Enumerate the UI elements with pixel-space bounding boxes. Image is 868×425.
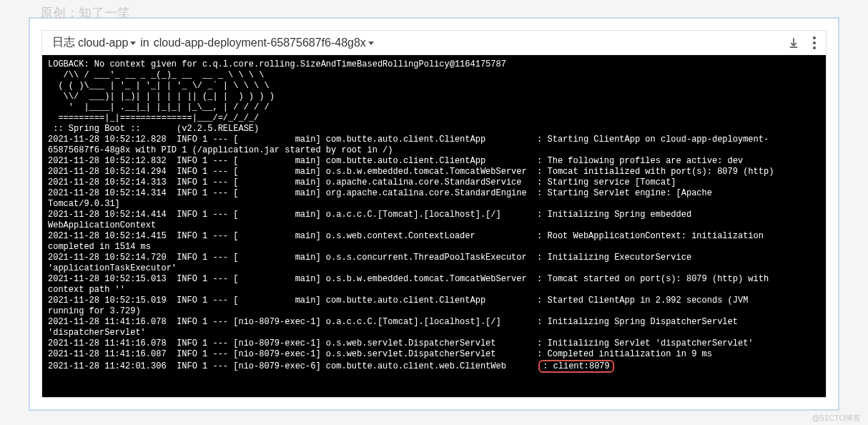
watermark-bottom: @51CTO博客	[812, 413, 861, 424]
log-header-left: 日志 cloud-app in cloud-app-deployment-658…	[52, 35, 783, 50]
log-line: 2021-11-28 11:41:16.078 INFO 1 --- [nio-…	[48, 338, 820, 349]
log-line: 2021-11-28 10:52:15.013 INFO 1 --- [ mai…	[48, 274, 820, 285]
log-line: 2021-11-28 10:52:14.415 INFO 1 --- [ mai…	[48, 231, 820, 242]
log-line: 2021-11-28 10:52:15.019 INFO 1 --- [ mai…	[48, 295, 820, 306]
kebab-menu-icon[interactable]	[813, 36, 816, 49]
log-line: 2021-11-28 11:42:01.306 INFO 1 --- [nio-…	[48, 360, 820, 373]
log-line: 65875687f6-48g8x with PID 1 (/applicatio…	[48, 145, 820, 156]
outer-frame: 日志 cloud-app in cloud-app-deployment-658…	[29, 17, 839, 411]
log-line: Tomcat/9.0.31]	[48, 199, 820, 210]
download-icon[interactable]	[787, 36, 800, 49]
log-line: 2021-11-28 10:52:12.828 INFO 1 --- [ mai…	[48, 135, 820, 145]
in-label: in	[140, 36, 149, 49]
log-panel: 日志 cloud-app in cloud-app-deployment-658…	[41, 30, 827, 398]
log-line: LOGBACK: No context given for c.q.l.core…	[48, 59, 820, 70]
log-line: 2021-11-28 10:52:14.720 INFO 1 --- [ mai…	[48, 253, 820, 263]
log-line: running for 3.729)	[48, 306, 820, 317]
log-label: 日志	[52, 35, 75, 50]
log-header: 日志 cloud-app in cloud-app-deployment-658…	[42, 31, 826, 55]
log-line: 2021-11-28 10:52:14.294 INFO 1 --- [ mai…	[48, 167, 820, 177]
app-selector[interactable]: cloud-app	[78, 36, 136, 49]
chevron-down-icon	[368, 41, 374, 45]
log-line: 2021-11-28 11:41:16.078 INFO 1 --- [nio-…	[48, 317, 820, 328]
header-actions	[787, 36, 816, 49]
pod-selector-value: cloud-app-deployment-65875687f6-48g8x	[154, 36, 366, 49]
chevron-down-icon	[130, 41, 136, 45]
log-line: completed in 1514 ms	[48, 242, 820, 253]
log-line: 2021-11-28 10:52:12.832 INFO 1 --- [ mai…	[48, 156, 820, 167]
log-line: 2021-11-28 10:52:14.314 INFO 1 --- [ mai…	[48, 188, 820, 199]
log-line: 'dispatcherServlet'	[48, 328, 820, 338]
log-line: 'applicationTaskExecutor'	[48, 263, 820, 274]
highlight-annotation: : client:8079	[538, 360, 614, 373]
watermark-top: 原创：知了一笑	[40, 4, 130, 21]
log-console[interactable]: LOGBACK: No context given for c.q.l.core…	[42, 55, 826, 397]
log-line: WebApplicationContext	[48, 220, 820, 231]
app-selector-value: cloud-app	[78, 36, 128, 49]
pod-selector[interactable]: cloud-app-deployment-65875687f6-48g8x	[154, 36, 374, 49]
log-line: 2021-11-28 10:52:14.414 INFO 1 --- [ mai…	[48, 210, 820, 220]
log-line: context path ''	[48, 285, 820, 295]
log-line: 2021-11-28 11:41:16.087 INFO 1 --- [nio-…	[48, 349, 820, 360]
log-line: 2021-11-28 10:52:14.313 INFO 1 --- [ mai…	[48, 177, 820, 188]
spring-banner: /\\ / ___'_ __ _ _(_)_ __ __ _ \ \ \ \ (…	[48, 70, 820, 135]
